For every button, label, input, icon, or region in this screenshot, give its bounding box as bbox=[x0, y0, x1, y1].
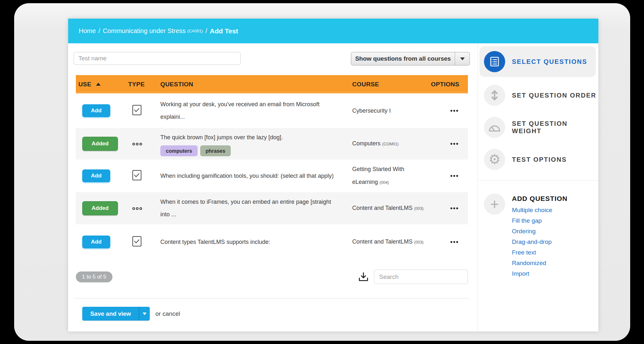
chevron-down-icon bbox=[143, 313, 147, 315]
row-options-menu-icon[interactable]: ••• bbox=[450, 205, 459, 212]
sidebar-item-select-questions[interactable]: SELECT QUESTIONS bbox=[479, 46, 596, 77]
breadcrumb-course-link[interactable]: Communicating under Stress bbox=[103, 27, 186, 35]
add-ordering-link[interactable]: Ordering bbox=[512, 226, 568, 236]
column-header-course: COURSE bbox=[352, 81, 431, 88]
course-filter-label: Show questions from all courses bbox=[351, 52, 455, 65]
row-options-menu-icon[interactable]: ••• bbox=[450, 140, 459, 147]
question-text: The quick brown [fox] jumps over the laz… bbox=[160, 131, 352, 144]
gauge-icon bbox=[484, 117, 505, 138]
question-text: into ... bbox=[160, 208, 352, 221]
add-free-text-link[interactable]: Free text bbox=[512, 247, 568, 258]
sort-ascending-icon bbox=[96, 83, 101, 86]
column-header-use-label: USE bbox=[78, 81, 91, 88]
gear-icon: ⚙ bbox=[484, 149, 505, 170]
course-filter-dropdown[interactable]: Show questions from all courses bbox=[351, 52, 470, 65]
save-options-caret-button[interactable] bbox=[139, 307, 150, 321]
fill-the-gap-type-icon bbox=[132, 143, 142, 145]
course-name: Content and TalentLMS bbox=[352, 238, 413, 245]
screen: Home / Communicating under Stress (CA001… bbox=[0, 0, 644, 344]
question-selection-panel: Show questions from all courses USE bbox=[68, 43, 478, 331]
question-text: Content types TalentLMS supports include… bbox=[160, 236, 352, 248]
column-header-use[interactable]: USE bbox=[76, 81, 128, 88]
pagination-status: 1 to 5 of 5 bbox=[76, 271, 112, 282]
column-header-type: TYPE bbox=[128, 81, 160, 88]
course-name: Content and TalentLMS bbox=[352, 205, 413, 211]
sidebar-item-set-question-weight[interactable]: SET QUESTION WEIGHT bbox=[478, 111, 598, 143]
breadcrumb-course-code: (CA001) bbox=[187, 29, 203, 33]
course-name: Getting Started With eLearning bbox=[352, 166, 404, 185]
questions-table: USE TYPE QUESTION COURSE OPTIONS Add bbox=[76, 75, 468, 260]
add-import-link[interactable]: Import bbox=[512, 268, 568, 279]
question-tags: computers phrases bbox=[160, 145, 352, 156]
added-question-button[interactable]: Added bbox=[82, 201, 118, 215]
question-text: explaini... bbox=[160, 111, 352, 123]
add-multiple-choice-link[interactable]: Multiple choice bbox=[512, 205, 568, 215]
table-row: Add When including gamification tools, y… bbox=[76, 159, 468, 192]
course-code: (004) bbox=[380, 180, 389, 185]
add-randomized-link[interactable]: Randomized bbox=[512, 258, 568, 268]
course-code: (003) bbox=[414, 240, 424, 245]
breadcrumb: Home / Communicating under Stress (CA001… bbox=[68, 19, 598, 43]
table-row: Add Working at your desk, you've receive… bbox=[76, 93, 468, 128]
or-label: or bbox=[155, 310, 161, 317]
row-options-menu-icon[interactable]: ••• bbox=[450, 172, 459, 179]
course-name: Computers bbox=[352, 140, 380, 147]
fill-the-gap-type-icon bbox=[132, 207, 142, 210]
cancel-link[interactable]: cancel bbox=[163, 310, 180, 317]
sidebar-item-label: SET QUESTION ORDER bbox=[512, 92, 596, 99]
sidebar-item-label: TEST OPTIONS bbox=[512, 156, 567, 163]
question-text: When it comes to iFrames, you can embed … bbox=[160, 196, 352, 208]
plus-glyph: + bbox=[490, 197, 499, 211]
table-row: Added When it comes to iFrames, you can … bbox=[76, 192, 468, 224]
column-header-options: OPTIONS bbox=[431, 81, 468, 88]
table-row: Add Content types TalentLMS supports inc… bbox=[76, 224, 468, 260]
add-fill-the-gap-link[interactable]: Fill the gap bbox=[512, 215, 568, 226]
add-test-window: Home / Communicating under Stress (CA001… bbox=[68, 19, 598, 331]
course-code: (COM01) bbox=[382, 142, 398, 146]
sidebar-item-label: SELECT QUESTIONS bbox=[512, 58, 587, 65]
course-code: (003) bbox=[414, 206, 424, 211]
table-row: Added The quick brown [fox] jumps over t… bbox=[76, 128, 468, 159]
test-name-input[interactable] bbox=[74, 52, 241, 65]
export-download-icon[interactable] bbox=[358, 272, 369, 282]
tag-badge: computers bbox=[160, 145, 198, 156]
add-question-to-test-button[interactable]: Add bbox=[82, 169, 110, 182]
save-and-view-label: Save and view bbox=[82, 307, 139, 321]
divider bbox=[478, 180, 598, 181]
sidebar-item-label: SET QUESTION WEIGHT bbox=[512, 120, 598, 135]
add-question-to-test-button[interactable]: Add bbox=[82, 236, 110, 248]
question-text: When including gamification tools, you s… bbox=[160, 170, 352, 182]
chevron-down-icon bbox=[460, 57, 465, 60]
order-arrows-icon bbox=[484, 85, 505, 106]
breadcrumb-home-link[interactable]: Home bbox=[79, 27, 96, 35]
test-steps-sidebar: SELECT QUESTIONS SET QUESTION ORDER bbox=[478, 43, 598, 331]
add-drag-and-drop-link[interactable]: Drag-and-drop bbox=[512, 236, 568, 247]
save-and-view-button[interactable]: Save and view bbox=[82, 307, 150, 321]
row-options-menu-icon[interactable]: ••• bbox=[450, 238, 459, 245]
plus-icon: + bbox=[484, 194, 505, 215]
course-name: Cybersecurity I bbox=[352, 108, 391, 114]
breadcrumb-separator: / bbox=[98, 27, 100, 35]
divider bbox=[74, 298, 470, 298]
sidebar-item-set-question-order[interactable]: SET QUESTION ORDER bbox=[478, 79, 598, 111]
search-input[interactable] bbox=[374, 270, 468, 284]
table-header: USE TYPE QUESTION COURSE OPTIONS bbox=[76, 75, 468, 93]
multiple-choice-type-icon bbox=[132, 236, 141, 246]
multiple-choice-type-icon bbox=[132, 105, 141, 115]
question-text: Working at your desk, you've received an… bbox=[160, 98, 352, 111]
breadcrumb-separator: / bbox=[205, 27, 207, 35]
tag-badge: phrases bbox=[200, 145, 231, 156]
row-options-menu-icon[interactable]: ••• bbox=[450, 107, 459, 114]
multiple-choice-type-icon bbox=[132, 170, 141, 180]
page-title: Add Test bbox=[210, 27, 238, 35]
sidebar-item-test-options[interactable]: ⚙ TEST OPTIONS bbox=[478, 143, 598, 176]
add-question-title: ADD QUESTION bbox=[512, 195, 568, 202]
add-question-section: + ADD QUESTION Multiple choice Fill the … bbox=[478, 194, 598, 279]
added-question-button[interactable]: Added bbox=[82, 137, 118, 151]
checklist-icon bbox=[484, 51, 505, 72]
course-filter-caret-button[interactable] bbox=[455, 52, 470, 65]
column-header-question: QUESTION bbox=[160, 81, 352, 88]
add-question-to-test-button[interactable]: Add bbox=[82, 104, 110, 117]
gear-glyph: ⚙ bbox=[488, 153, 501, 166]
device-frame: Home / Communicating under Stress (CA001… bbox=[14, 3, 630, 341]
